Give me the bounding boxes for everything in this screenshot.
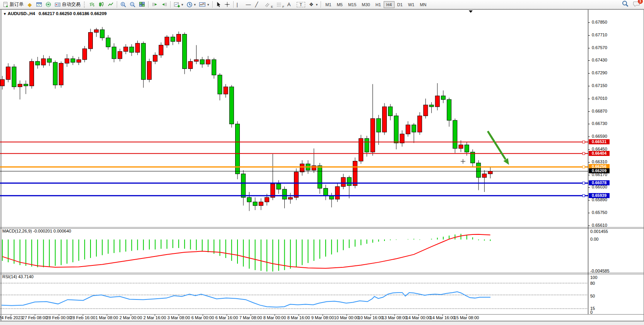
- fibonacci-tool-button[interactable]: F: [275, 1, 286, 9]
- notifications-button[interactable]: 1: [633, 1, 640, 9]
- auto-scroll-button[interactable]: [150, 1, 159, 9]
- rsi-pane[interactable]: [0, 274, 588, 314]
- vertical-line-tool-button[interactable]: |: [235, 1, 244, 9]
- time-axis-label: 1 Mar 08:00: [96, 315, 118, 320]
- timeframe-m1-button[interactable]: M1: [323, 1, 334, 8]
- timeframe-group: M1M5M15M30H1H4D1W1MN: [323, 1, 429, 8]
- new-order-button[interactable]: 新订单: [1, 1, 25, 9]
- time-axis-label: 7 Mar 08:00: [239, 315, 262, 320]
- zoom-out-icon: [130, 2, 136, 8]
- bar-chart-button[interactable]: [87, 1, 97, 9]
- timeframe-mn-button[interactable]: MN: [417, 1, 429, 8]
- toolbar-separator: [233, 1, 234, 8]
- timeframe-w1-button[interactable]: W1: [405, 1, 417, 8]
- fibonacci-letter: F: [282, 5, 284, 9]
- timeframe-m15-button[interactable]: M15: [345, 1, 359, 8]
- timeframe-m5-button[interactable]: M5: [334, 1, 345, 8]
- dropdown-arrow-icon: ▾: [181, 3, 183, 7]
- timeframe-d1-button[interactable]: D1: [395, 1, 405, 8]
- price-tick: [588, 73, 590, 74]
- time-axis-label: 2 Mar 16:00: [143, 315, 166, 320]
- signal-icon: [45, 2, 51, 7]
- candlestick-chart-icon: [98, 2, 104, 7]
- candlestick-chart-button[interactable]: [97, 1, 106, 9]
- clock-icon: [186, 2, 193, 8]
- channel-icon: [265, 2, 271, 7]
- time-axis-label: 28 Feb 16:00: [70, 315, 96, 320]
- timeframe-m30-button[interactable]: M30: [359, 1, 372, 8]
- price-tick: [588, 111, 590, 112]
- tile-windows-icon: [139, 2, 145, 7]
- chart-title-marker-icon[interactable]: ▼: [3, 12, 7, 16]
- macd-label: MACD(12,26,9) -0.000201 0.000640: [2, 229, 71, 233]
- zoom-in-icon: [120, 2, 126, 8]
- arrows-tool-button[interactable]: ❖ ▾: [307, 1, 319, 9]
- price-tick: [588, 48, 590, 48]
- time-axis-label: 14 Mar 16:00: [430, 315, 455, 320]
- toolbar-separator: [148, 1, 149, 8]
- time-axis-label: 14 Mar 00:00: [406, 315, 431, 320]
- toolbar-separator: [212, 1, 213, 8]
- label-tool-button[interactable]: T: [295, 1, 307, 9]
- price-tick-label: 0.65750: [592, 210, 607, 215]
- add-indicator-button[interactable]: ▾: [172, 1, 185, 9]
- time-axis-label: 9 Mar 08:00: [311, 315, 334, 320]
- price-tick: [588, 213, 590, 213]
- trendline-tool-button[interactable]: ╱: [254, 1, 263, 9]
- price-tick: [588, 124, 590, 124]
- signals-button[interactable]: [44, 1, 53, 9]
- price-tick: [588, 86, 590, 86]
- status-strip: [0, 321, 644, 325]
- auto-trading-button[interactable]: 自动交易: [53, 1, 82, 9]
- rsi-axis-label: 80: [590, 281, 595, 286]
- zoom-out-button[interactable]: [128, 1, 137, 9]
- template-button[interactable]: ▾: [197, 1, 211, 9]
- price-tick-label: 0.65890: [592, 197, 607, 202]
- market-watch-button[interactable]: [34, 1, 44, 9]
- toolbar-separator: [170, 1, 171, 8]
- time-axis-label: 3 Mar 08:00: [167, 315, 190, 320]
- horizontal-line-icon: —: [246, 2, 251, 7]
- timeframe-h4-button[interactable]: H4: [384, 1, 395, 8]
- time-axis-label: 6 Mar 00:00: [191, 315, 214, 320]
- chart-shift-button[interactable]: [159, 1, 169, 9]
- text-tool-button[interactable]: A: [286, 1, 295, 9]
- line-chart-button[interactable]: [106, 1, 115, 9]
- favorites-button[interactable]: ◆: [25, 1, 34, 9]
- cursor-tool-button[interactable]: [214, 1, 223, 9]
- price-tick: [588, 60, 590, 61]
- mt-terminal-window: 新订单 ◆ 自动交易: [0, 0, 644, 325]
- zoom-in-button[interactable]: [119, 1, 128, 9]
- auto-trading-icon: [55, 2, 61, 7]
- price-tick: [588, 149, 590, 150]
- rsi-axis-label: 0: [590, 310, 593, 315]
- chart-window-icon: [36, 2, 42, 7]
- toolbar-separator: [117, 1, 117, 8]
- price-tick: [588, 187, 590, 188]
- time-axis-label: 2 Mar 00:00: [120, 315, 142, 320]
- tile-windows-button[interactable]: [137, 1, 147, 9]
- price-tick: [588, 200, 590, 200]
- period-button[interactable]: ▾: [185, 1, 198, 9]
- price-tick-label: 0.67010: [592, 96, 607, 101]
- trendline-icon: ╱: [255, 2, 258, 7]
- time-axis-label: 24 Feb 2023: [0, 315, 23, 320]
- crosshair-tool-button[interactable]: [223, 1, 232, 9]
- time-axis-label: 10 Mar 00:00: [334, 315, 359, 320]
- horizontal-line-tool-button[interactable]: —: [244, 1, 254, 9]
- macd-pane[interactable]: [0, 228, 588, 273]
- text-tool-icon: A: [287, 2, 291, 7]
- price-tick-label: 0.65610: [592, 223, 607, 228]
- time-axis-label: 28 Feb 00:00: [46, 315, 72, 320]
- time-axis-label: 10 Mar 16:00: [358, 315, 383, 320]
- timeframe-h1-button[interactable]: H1: [373, 1, 384, 8]
- price-tick-label: 0.67150: [592, 83, 607, 88]
- price-pane[interactable]: [0, 10, 588, 228]
- macd-axis-label: 0.00: [590, 237, 598, 241]
- dropdown-arrow-icon: ▾: [194, 3, 196, 7]
- auto-trading-label: 自动交易: [62, 1, 80, 8]
- channel-tool-button[interactable]: E: [263, 1, 275, 9]
- search-icon[interactable]: [622, 0, 629, 9]
- auto-scroll-icon: [152, 2, 158, 7]
- fibonacci-icon: [276, 2, 282, 7]
